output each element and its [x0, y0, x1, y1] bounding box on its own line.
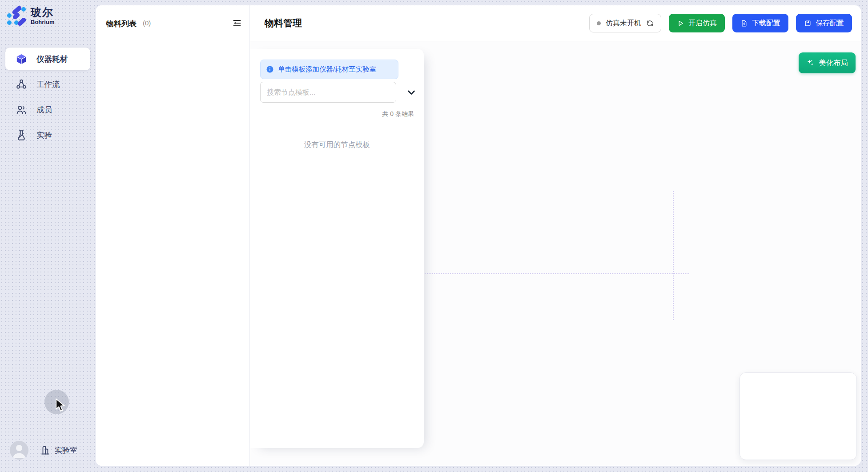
simulation-status-label: 仿真未开机 — [606, 19, 641, 28]
material-list-panel: 物料列表 (0) — [96, 5, 250, 466]
canvas-guide-v — [673, 191, 674, 320]
sidebar-item-label: 成员 — [36, 104, 52, 115]
sidebar-item-laboratory[interactable]: 实验室 — [40, 445, 77, 456]
sidebar-item-workflow[interactable]: 工作流 — [5, 73, 90, 96]
material-list-header: 物料列表 (0) — [96, 5, 249, 36]
minimap[interactable] — [739, 372, 857, 460]
beautify-layout-button[interactable]: 美化布局 — [799, 52, 856, 73]
brand-name: 玻尔 Bohrium — [31, 7, 54, 25]
bohrium-logo-icon — [6, 6, 27, 26]
sidebar-item-label: 仪器耗材 — [36, 54, 68, 64]
workflow-icon — [16, 79, 27, 90]
search-template-input[interactable] — [260, 82, 396, 103]
refresh-icon[interactable] — [646, 20, 654, 27]
avatar-person-icon — [10, 441, 28, 460]
material-list-title: 物料列表 — [106, 19, 137, 29]
page-title: 物料管理 — [265, 17, 302, 29]
sidebar-item-instruments[interactable]: 仪器耗材 — [5, 48, 90, 70]
sidebar-item-label: 实验 — [36, 130, 52, 140]
save-icon — [804, 20, 812, 27]
simulation-status-pill[interactable]: 仿真未开机 — [589, 14, 661, 32]
canvas-guide-h — [425, 273, 689, 274]
brand-name-zh: 玻尔 — [31, 7, 54, 18]
hint-banner: 单击模板添加仪器/耗材至实验室 — [260, 60, 398, 79]
start-simulation-label: 开启仿真 — [688, 19, 717, 28]
sidebar-item-experiments[interactable]: 实验 — [5, 124, 90, 146]
template-drawer: 单击模板添加仪器/耗材至实验室 共 0 条结果 没有可用的节点模板 — [250, 49, 424, 448]
empty-template-message: 没有可用的节点模板 — [250, 140, 424, 150]
members-icon — [16, 104, 27, 116]
chevron-down-icon[interactable] — [406, 87, 417, 98]
app-root: 玻尔 Bohrium 仪器耗材 工作流 — [0, 0, 868, 472]
sidebar-item-label: 工作流 — [36, 79, 60, 90]
cube-icon — [16, 53, 27, 65]
info-icon — [266, 65, 274, 73]
mouse-cursor — [55, 398, 68, 413]
sidebar-item-members[interactable]: 成员 — [5, 98, 90, 121]
brand-name-en: Bohrium — [31, 19, 54, 25]
download-config-button[interactable]: 下载配置 — [732, 14, 788, 32]
play-icon — [677, 20, 684, 27]
laboratory-label: 实验室 — [55, 445, 77, 456]
building-icon — [40, 445, 51, 456]
save-config-button[interactable]: 保存配置 — [796, 14, 852, 32]
save-config-label: 保存配置 — [816, 19, 844, 28]
download-config-label: 下载配置 — [752, 19, 780, 28]
sparkles-icon — [806, 59, 815, 67]
user-avatar[interactable] — [10, 441, 28, 460]
beautify-layout-label: 美化布局 — [819, 58, 848, 68]
main-header: 物料管理 仿真未开机 开启仿真 — [250, 5, 861, 41]
content-card: 物料列表 (0) 物料管理 仿真未开机 — [96, 5, 861, 466]
hint-banner-text: 单击模板添加仪器/耗材至实验室 — [278, 65, 376, 74]
experiment-icon — [16, 129, 27, 141]
brand-logo: 玻尔 Bohrium — [6, 6, 54, 26]
status-dot-icon — [597, 21, 601, 25]
header-actions: 仿真未开机 开启仿真 — [589, 14, 861, 32]
start-simulation-button[interactable]: 开启仿真 — [669, 14, 725, 32]
collapse-panel-icon[interactable] — [232, 18, 242, 28]
material-list-count: (0) — [143, 19, 151, 27]
download-file-icon — [740, 20, 748, 27]
result-count: 共 0 条结果 — [382, 110, 414, 118]
